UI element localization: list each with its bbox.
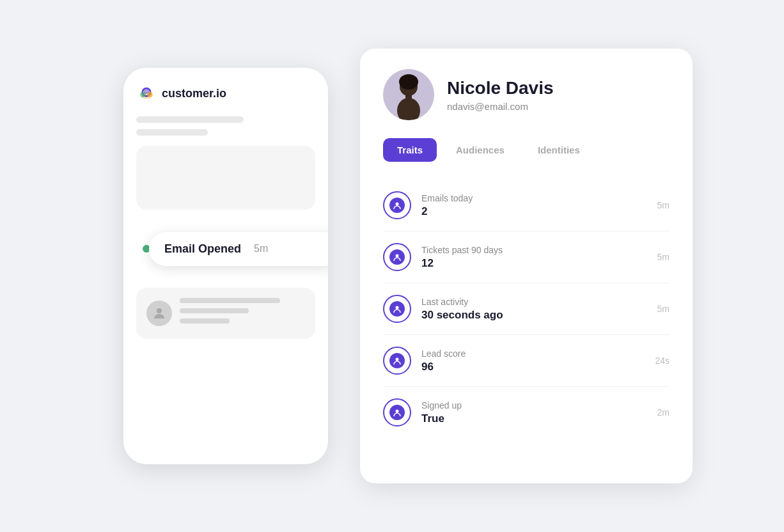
trait-icon-inner-tickets: [389, 249, 405, 265]
event-area: Email Opened 5m: [136, 220, 315, 278]
profile-name: Nicole Davis: [447, 77, 670, 99]
svg-point-5: [144, 88, 150, 94]
placeholder-bar-2: [136, 129, 208, 136]
trait-label-emails-today: Emails today: [421, 193, 650, 203]
person-icon-0: [393, 201, 402, 210]
trait-icon-emails-today: [383, 191, 411, 219]
svg-point-13: [396, 254, 399, 258]
trait-time-emails-today: 5m: [657, 200, 670, 210]
trait-time-signed-up: 2m: [657, 407, 670, 418]
profile-panel: Nicole Davis ndavis@email.com Traits Aud…: [360, 49, 693, 483]
trait-time-lead-score: 24s: [655, 356, 670, 366]
trait-icon-inner-signed-up: [389, 405, 405, 420]
trait-icon-last-activity: [383, 295, 411, 323]
contact-avatar: [146, 301, 172, 326]
trait-row-tickets: Tickets past 90 days 12 5m: [383, 231, 670, 283]
trait-time-last-activity: 5m: [657, 304, 670, 314]
trait-row-emails-today: Emails today 2 5m: [383, 180, 670, 231]
contact-line-3: [180, 318, 230, 324]
trait-label-last-activity: Last activity: [421, 297, 650, 307]
trait-row-signed-up: Signed up True 2m: [383, 387, 670, 438]
contact-avatar-icon: [152, 306, 167, 321]
contact-lines: [180, 298, 305, 329]
placeholder-bar-1: [136, 116, 244, 123]
trait-icon-inner-emails-today: [389, 198, 405, 213]
trait-icon-lead-score: [383, 347, 411, 375]
tabs-row: Traits Audiences Identities: [383, 138, 670, 162]
trait-label-tickets: Tickets past 90 days: [421, 245, 650, 255]
top-card-placeholder: [136, 146, 315, 210]
trait-content-signed-up: Signed up True: [421, 400, 650, 425]
trait-content-last-activity: Last activity 30 seconds ago: [421, 297, 650, 322]
svg-point-9: [399, 74, 418, 90]
trait-label-signed-up: Signed up: [421, 400, 650, 411]
svg-point-6: [157, 308, 162, 313]
profile-avatar: [383, 69, 434, 120]
svg-point-14: [396, 306, 399, 309]
trait-icon-inner-lead-score: [389, 353, 405, 368]
trait-row-lead-score: Lead score 96 24s: [383, 335, 670, 387]
event-time: 5m: [254, 243, 268, 254]
trait-content-tickets: Tickets past 90 days 12: [421, 245, 650, 270]
person-icon-3: [393, 356, 402, 365]
trait-time-tickets: 5m: [657, 252, 670, 262]
svg-point-12: [396, 203, 399, 206]
trait-icon-inner-last-activity: [389, 301, 405, 317]
customerio-logo: customer.io: [136, 83, 226, 104]
person-icon-2: [393, 304, 402, 313]
tab-traits[interactable]: Traits: [383, 138, 437, 162]
event-bubble: Email Opened 5m: [149, 232, 328, 266]
profile-email: ndavis@email.com: [447, 101, 670, 112]
contact-card: [136, 288, 315, 339]
svg-rect-11: [405, 93, 412, 100]
trait-content-emails-today: Emails today 2: [421, 193, 650, 218]
phone-header: customer.io: [136, 83, 315, 104]
svg-point-16: [396, 410, 399, 413]
contact-line-2: [180, 308, 249, 313]
logo-text: customer.io: [162, 87, 226, 100]
trait-content-lead-score: Lead score 96: [421, 348, 647, 373]
main-container: customer.io Email Opened 5m: [0, 0, 784, 532]
phone-panel: customer.io Email Opened 5m: [91, 0, 360, 532]
profile-info: Nicole Davis ndavis@email.com: [447, 77, 670, 113]
avatar-image: [383, 69, 434, 120]
svg-point-15: [396, 358, 399, 361]
trait-icon-tickets: [383, 243, 411, 271]
person-icon-1: [393, 253, 402, 262]
trait-row-last-activity: Last activity 30 seconds ago 5m: [383, 283, 670, 335]
trait-icon-signed-up: [383, 398, 411, 426]
tab-audiences[interactable]: Audiences: [442, 138, 519, 162]
tab-identities[interactable]: Identities: [524, 138, 594, 162]
contact-line-1: [180, 298, 280, 303]
trait-label-lead-score: Lead score: [421, 348, 647, 359]
person-icon-4: [393, 408, 402, 417]
trait-value-tickets: 12: [421, 257, 650, 270]
profile-header: Nicole Davis ndavis@email.com: [383, 69, 670, 120]
event-label: Email Opened: [164, 242, 241, 256]
trait-value-signed-up: True: [421, 412, 650, 425]
trait-value-emails-today: 2: [421, 205, 650, 218]
customerio-logo-icon: [136, 83, 157, 104]
traits-list: Emails today 2 5m Tickets past 90 da: [383, 180, 670, 438]
trait-value-lead-score: 96: [421, 361, 647, 373]
phone-mockup: customer.io Email Opened 5m: [123, 68, 328, 464]
trait-value-last-activity: 30 seconds ago: [421, 309, 650, 322]
